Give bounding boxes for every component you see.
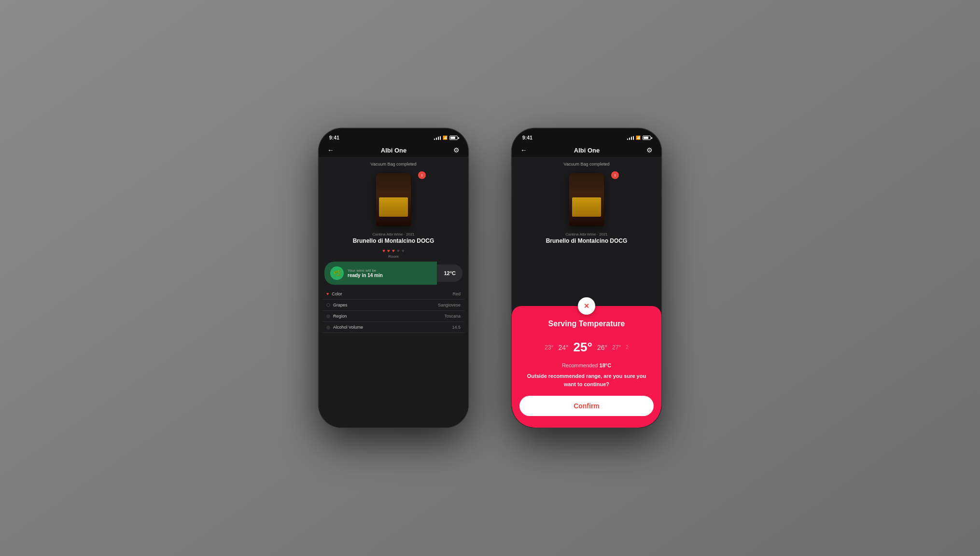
wine-rating-1: ♥ ♥ ♥ ♥ ♥ bbox=[319, 245, 468, 254]
ready-card-1: 🌿 Your wine will be ready in 14 min 12°C bbox=[324, 262, 462, 285]
wine-meta-2: Cantina Albi Wine · 2021 Brunello di Mon… bbox=[512, 231, 661, 245]
heart-3: ♥ bbox=[392, 248, 395, 253]
detail-row-color: ♥ Color Red bbox=[322, 289, 464, 300]
phone-2-screen: 9:41 📶 ← Albi One ⚙ Vacuu bbox=[512, 128, 661, 428]
room-label-1: Room bbox=[319, 254, 468, 262]
status-bar-2: 9:41 📶 bbox=[512, 128, 661, 143]
nav-title-1: Albi One bbox=[381, 147, 406, 154]
bottle-neck-1 bbox=[389, 173, 398, 174]
back-button-1[interactable]: ← bbox=[327, 146, 334, 154]
confirm-button[interactable]: Confirm bbox=[519, 396, 654, 416]
signal-icon-2 bbox=[627, 136, 634, 140]
wine-producer-1: Cantina Albi Wine · 2021 bbox=[323, 232, 463, 236]
status-time-2: 9:41 bbox=[522, 135, 532, 140]
wine-name-1: Brunello di Montalcino DOCG bbox=[323, 237, 463, 244]
detail-row-alcohol: ◎ Alcohol Volume 14.5 bbox=[322, 322, 464, 333]
wine-image-container-1 bbox=[319, 168, 468, 231]
vacuum-status-2: Vacuum Bag completed bbox=[512, 157, 661, 168]
serving-temperature-modal: ✕ Serving Temperature 23° 24° 25° 26° 27… bbox=[512, 306, 661, 428]
wifi-icon-1: 📶 bbox=[443, 136, 448, 140]
wine-image-container-2 bbox=[512, 168, 661, 231]
status-icons-1: 📶 bbox=[434, 136, 458, 140]
temp-25-selected[interactable]: 25° bbox=[574, 340, 592, 355]
battery-icon-1 bbox=[449, 136, 458, 140]
wine-producer-2: Cantina Albi Wine · 2021 bbox=[517, 232, 657, 236]
back-button-2[interactable]: ← bbox=[520, 146, 527, 154]
ready-text-1: Your wine will be ready in 14 min bbox=[348, 268, 383, 278]
region-label: Region bbox=[333, 314, 347, 319]
detail-row-region: ◎ Region Toscana bbox=[322, 311, 464, 322]
status-bar-1: 9:41 📶 bbox=[319, 128, 468, 143]
temp-23[interactable]: 23° bbox=[545, 344, 553, 351]
region-value: Toscana bbox=[444, 314, 461, 319]
signal-icon-1 bbox=[434, 136, 441, 140]
leaf-icon-1: 🌿 bbox=[330, 266, 344, 280]
heart-4: ♥ bbox=[397, 248, 400, 253]
alcohol-label: Alcohol Volume bbox=[333, 325, 363, 330]
temperature-picker[interactable]: 23° 24° 25° 26° 27° 2 bbox=[512, 336, 661, 359]
wine-meta-1: Cantina Albi Wine · 2021 Brunello di Mon… bbox=[319, 231, 468, 245]
nav-title-2: Albi One bbox=[574, 147, 600, 154]
notification-dot-2 bbox=[611, 171, 619, 179]
gear-icon-1[interactable]: ⚙ bbox=[453, 146, 460, 154]
notification-dot-1 bbox=[418, 171, 426, 179]
temp-24[interactable]: 24° bbox=[558, 344, 568, 351]
ready-bottom-1: ready in 14 min bbox=[348, 273, 383, 278]
grapes-value: Sangiovese bbox=[438, 303, 461, 307]
alcohol-icon: ◎ bbox=[326, 325, 330, 330]
scene: 9:41 📶 ← Albi One ⚙ Vacu bbox=[319, 128, 661, 428]
bottle-label-2 bbox=[572, 197, 601, 217]
bottle-label-1 bbox=[379, 197, 408, 217]
screen-content-2-bg: Vacuum Bag completed Cantina Albi Wine ·… bbox=[512, 157, 661, 245]
phone-2: 9:41 📶 ← Albi One ⚙ Vacuu bbox=[512, 128, 661, 428]
wine-bottle-2 bbox=[569, 173, 604, 226]
grapes-label: Grapes bbox=[333, 303, 348, 307]
phone-1-screen: 9:41 📶 ← Albi One ⚙ Vacu bbox=[319, 128, 468, 428]
battery-icon-2 bbox=[643, 136, 651, 140]
screen-content-1: Vacuum Bag completed Cantina Albi Wine ·… bbox=[319, 157, 468, 333]
temp-26[interactable]: 26° bbox=[597, 344, 607, 351]
detail-row-grapes: ⬡ Grapes Sangiovese bbox=[322, 300, 464, 311]
temp-dots: 2 bbox=[626, 345, 629, 350]
details-list-1: ♥ Color Red ⬡ Grapes Sangiovese bbox=[319, 289, 468, 333]
heart-5: ♥ bbox=[402, 248, 405, 253]
nav-bar-2: ← Albi One ⚙ bbox=[512, 143, 661, 157]
gear-icon-2[interactable]: ⚙ bbox=[646, 146, 653, 154]
ready-right-1[interactable]: 12°C bbox=[437, 264, 462, 282]
bottle-neck-2 bbox=[582, 173, 591, 174]
alcohol-value: 14.5 bbox=[452, 325, 461, 330]
region-icon: ◎ bbox=[326, 314, 330, 319]
status-time-1: 9:41 bbox=[329, 135, 339, 140]
nav-bar-1: ← Albi One ⚙ bbox=[319, 143, 468, 157]
temp-badge-1: 12°C bbox=[444, 270, 456, 276]
close-button[interactable]: ✕ bbox=[578, 297, 595, 315]
color-value: Red bbox=[452, 292, 461, 296]
heart-1: ♥ bbox=[382, 248, 385, 253]
temp-27[interactable]: 27° bbox=[612, 344, 621, 351]
grapes-icon: ⬡ bbox=[326, 303, 330, 307]
recommended-text: Recommended 18°C bbox=[512, 359, 661, 370]
status-icons-2: 📶 bbox=[627, 136, 651, 140]
recommended-label: Recommended bbox=[562, 362, 598, 368]
wifi-icon-2: 📶 bbox=[636, 136, 641, 140]
recommended-value: 18°C bbox=[600, 362, 612, 368]
ready-top-1: Your wine will be bbox=[348, 268, 383, 273]
warning-text: Outside recommended range, are you sure … bbox=[512, 370, 661, 396]
color-icon: ♥ bbox=[326, 292, 329, 296]
color-label: Color bbox=[332, 292, 342, 296]
heart-2: ♥ bbox=[387, 248, 390, 253]
vacuum-status-1: Vacuum Bag completed bbox=[319, 157, 468, 168]
close-icon: ✕ bbox=[584, 303, 589, 309]
wine-name-2: Brunello di Montalcino DOCG bbox=[517, 237, 657, 244]
ready-left-1: 🌿 Your wine will be ready in 14 min bbox=[324, 262, 437, 285]
phone-1: 9:41 📶 ← Albi One ⚙ Vacu bbox=[319, 128, 468, 428]
wine-bottle-1 bbox=[376, 173, 411, 226]
